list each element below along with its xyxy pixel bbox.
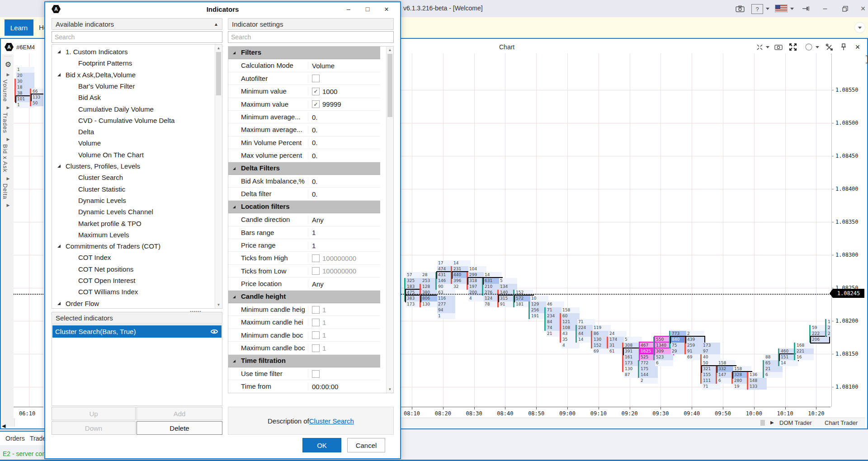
tree-item[interactable]: Footprint Patterns [52, 57, 222, 69]
expand-right-icon[interactable]: ▶ [2, 72, 14, 77]
scrollbar-thumb[interactable] [387, 54, 392, 117]
setting-value[interactable]: 1 [308, 318, 378, 326]
scroll-left-icon[interactable]: ◀ [2, 423, 5, 429]
expander-icon[interactable] [233, 296, 236, 298]
tree-scrollbar[interactable]: ▲ ▼ [215, 45, 222, 308]
setting-value-text[interactable]: 1 [312, 242, 316, 249]
tab-orders[interactable]: Orders [5, 435, 25, 442]
pin-icon[interactable] [839, 42, 848, 52]
settings-group-filters[interactable]: Filters [228, 47, 380, 59]
checkbox-checked-icon[interactable]: ✓ [312, 100, 320, 108]
setting-value[interactable]: 00:00:00 [308, 382, 378, 390]
help-dropdown-icon[interactable] [765, 4, 770, 14]
setting-value-text[interactable]: 1 [322, 306, 326, 314]
scroll-right-icon[interactable]: ▶ [770, 420, 774, 425]
description-link[interactable]: Cluster Search [309, 417, 354, 425]
checkbox-unchecked-icon[interactable] [312, 306, 320, 314]
checkbox-unchecked-icon[interactable] [312, 370, 320, 378]
tree-item[interactable]: COT Index [52, 252, 222, 263]
scrollbar-thumb[interactable] [216, 52, 221, 95]
scroll-down-icon[interactable]: ▼ [387, 387, 393, 391]
available-search-input[interactable] [52, 32, 222, 42]
pin-icon[interactable] [800, 4, 812, 14]
collapse-icon[interactable]: ▲ [214, 22, 218, 27]
tab-dom-trader[interactable]: DOM Trader [779, 419, 812, 426]
settings-group-delta-filters[interactable]: Delta Filters [228, 162, 380, 175]
left-plot-area[interactable]: 12030183810116613350 [14, 53, 43, 407]
setting-value[interactable] [308, 75, 378, 83]
setting-value-text[interactable]: 0. [312, 113, 318, 121]
tree-item[interactable]: Delta [52, 126, 222, 137]
setting-value-text[interactable]: Any [312, 280, 324, 288]
expand-right-icon[interactable]: ▶ [2, 203, 14, 207]
selected-indicator-row[interactable]: Cluster Search(Bars, True) [52, 325, 222, 338]
tree-item[interactable]: CVD - Cumulative Volume Delta [52, 115, 222, 126]
setting-value-text[interactable]: Volume [312, 62, 335, 70]
tree-item[interactable]: Bid Ask [52, 92, 222, 103]
setting-value[interactable]: 100000000 [308, 254, 378, 262]
minimize-icon[interactable]: – [819, 4, 831, 14]
visibility-eye-icon[interactable] [211, 329, 218, 334]
tree-item[interactable]: Maximum Levels [52, 229, 222, 240]
expander-icon[interactable] [233, 167, 236, 170]
setting-value-text[interactable]: 1 [322, 344, 326, 352]
setting-value[interactable]: 1 [308, 331, 378, 339]
settings-group-location-filters[interactable]: Location filters [228, 201, 380, 213]
cancel-button[interactable]: Cancel [347, 438, 385, 452]
setting-value[interactable]: 0. [308, 113, 378, 121]
setting-value-text[interactable]: 0. [312, 190, 318, 198]
dialog-titlebar[interactable]: A Indicators – □ × [45, 2, 400, 16]
tree-item[interactable]: Dynamic Levels [52, 195, 222, 206]
setting-value-text[interactable]: 1 [312, 229, 316, 236]
setting-value[interactable]: 0. [308, 139, 378, 147]
tree-item[interactable]: Bar's Volume Filter [52, 80, 222, 92]
expander-icon[interactable] [57, 302, 61, 305]
settings-scrollbar[interactable]: ▲ ▼ [386, 47, 393, 393]
checkbox-unchecked-icon[interactable] [312, 254, 320, 262]
setting-value-text[interactable]: 100000000 [322, 254, 356, 262]
tree-item[interactable]: Cumulative Daily Volume [52, 103, 222, 115]
tree-item[interactable]: Volume [52, 137, 222, 149]
scroll-up-icon[interactable]: ▲ [215, 46, 222, 50]
setting-value-text[interactable]: Any [312, 216, 324, 224]
price-axis[interactable]: 1.085501.085001.084501.084001.083501.083… [831, 53, 866, 407]
dialog-close-icon[interactable]: × [382, 5, 392, 14]
camera-icon[interactable] [733, 4, 747, 14]
indicator-tree[interactable]: 1. Custom IndicatorsFootprint PatternsBi… [52, 44, 222, 309]
dropdown-icon[interactable] [815, 42, 820, 52]
setting-value-text[interactable]: 0. [312, 178, 318, 185]
setting-value[interactable]: Any [308, 280, 378, 288]
up-button[interactable]: Up [52, 407, 136, 420]
expand-right-icon[interactable]: ▶ [2, 137, 14, 141]
gear-icon[interactable]: ⚙ [2, 60, 14, 69]
tools-icon[interactable] [824, 42, 835, 52]
sidebar-item-trades[interactable]: Trades [2, 113, 14, 133]
grip-dots-icon[interactable]: ∙∙∙∙∙ [2, 54, 14, 58]
setting-value-text[interactable]: 99999 [322, 100, 341, 108]
add-button[interactable]: Add [137, 407, 222, 420]
setting-value[interactable]: ✓99999 [308, 100, 378, 108]
setting-value-text[interactable]: 100000000 [322, 267, 356, 275]
settings-group-candle-height[interactable]: Candle height [228, 291, 380, 303]
selected-indicators-list[interactable]: Cluster Search(Bars, True) [52, 325, 222, 406]
expander-icon[interactable] [233, 360, 236, 362]
tab-trades[interactable]: Trades [30, 435, 44, 442]
dialog-minimize-icon[interactable]: – [344, 5, 354, 13]
setting-value[interactable]: ✓1000 [308, 87, 378, 95]
tree-item[interactable]: Volume On The Chart [52, 149, 222, 160]
tree-item[interactable]: 1. Custom Indicators [52, 46, 222, 57]
setting-value-text[interactable]: 1 [322, 319, 326, 326]
setting-value-text[interactable]: 0. [312, 152, 318, 160]
tree-item[interactable]: Market profile & TPO [52, 218, 222, 229]
checkbox-unchecked-icon[interactable] [312, 344, 320, 352]
tree-item[interactable]: Order Flow [52, 298, 222, 309]
setting-value-text[interactable]: 0. [312, 126, 318, 134]
setting-value[interactable]: Volume [308, 61, 378, 70]
help-icon[interactable]: ? [751, 4, 763, 14]
setting-value[interactable]: 1 [308, 344, 378, 352]
expander-icon[interactable] [57, 50, 61, 53]
settings-group-time-filtration[interactable]: Time filtration [228, 355, 380, 367]
setting-value[interactable]: 0. [308, 190, 378, 198]
tree-item[interactable]: COT Williams Index [52, 286, 222, 297]
expander-icon[interactable] [57, 73, 61, 76]
